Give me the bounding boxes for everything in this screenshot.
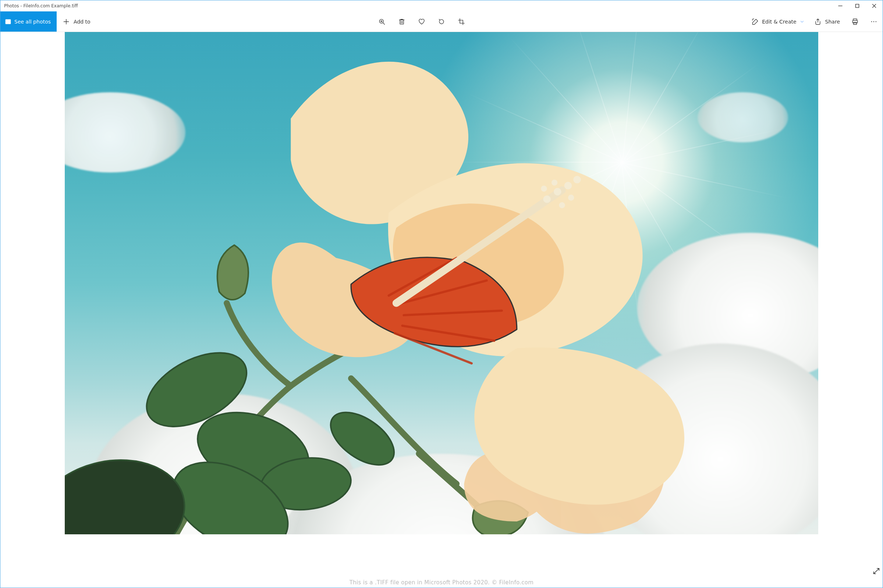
minimize-button[interactable] — [832, 0, 849, 11]
resize-grip-icon[interactable] — [872, 567, 880, 575]
minimize-icon — [838, 4, 842, 8]
crop-icon — [458, 18, 465, 26]
photo-stage — [0, 32, 883, 578]
add-to-label: Add to — [74, 19, 90, 25]
svg-point-33 — [554, 188, 561, 195]
print-icon — [851, 18, 859, 26]
svg-point-19 — [873, 21, 874, 22]
window-title: Photos - FileInfo.com Example.tiff — [0, 3, 832, 9]
svg-point-18 — [871, 21, 872, 22]
window-controls — [832, 0, 883, 11]
svg-point-20 — [875, 21, 876, 22]
print-button[interactable] — [845, 11, 865, 32]
see-all-photos-button[interactable]: See all photos — [0, 11, 57, 32]
svg-point-39 — [541, 186, 547, 192]
rotate-icon — [438, 18, 445, 26]
chevron-down-icon — [799, 19, 805, 24]
share-button[interactable]: Share — [809, 11, 845, 32]
crop-button[interactable] — [451, 11, 471, 32]
photo-viewport[interactable] — [65, 32, 818, 534]
svg-point-38 — [551, 180, 557, 185]
svg-point-35 — [573, 176, 581, 183]
svg-point-32 — [543, 195, 550, 202]
svg-rect-1 — [856, 4, 859, 8]
toolbar: See all photos Add to — [0, 11, 883, 32]
svg-line-9 — [383, 22, 385, 24]
titlebar: Photos - FileInfo.com Example.tiff — [0, 0, 883, 11]
favorite-button[interactable] — [412, 11, 432, 32]
maximize-button[interactable] — [849, 0, 866, 11]
flower-illustration — [65, 32, 818, 534]
close-button[interactable] — [866, 0, 883, 11]
edit-create-icon — [752, 18, 759, 26]
delete-button[interactable] — [392, 11, 412, 32]
trash-icon — [398, 18, 405, 26]
add-to-button[interactable]: Add to — [57, 11, 96, 32]
svg-point-37 — [568, 195, 574, 200]
more-icon — [870, 18, 877, 26]
edit-create-label: Edit & Create — [762, 19, 796, 25]
plus-icon — [63, 18, 70, 26]
svg-point-25 — [65, 447, 195, 534]
photo-collection-icon — [5, 18, 11, 25]
rotate-button[interactable] — [432, 11, 451, 32]
svg-point-5 — [7, 20, 8, 21]
zoom-button[interactable] — [372, 11, 392, 32]
heart-icon — [418, 18, 425, 26]
more-button[interactable] — [865, 11, 883, 32]
svg-rect-17 — [854, 22, 856, 24]
close-icon — [872, 4, 876, 8]
zoom-in-icon — [378, 18, 386, 26]
maximize-icon — [855, 4, 859, 8]
svg-rect-12 — [400, 20, 404, 24]
see-all-photos-label: See all photos — [14, 19, 51, 25]
edit-create-button[interactable]: Edit & Create — [747, 11, 809, 32]
footer-caption: This is a .TIFF file open in Microsoft P… — [0, 578, 883, 588]
svg-point-36 — [559, 202, 565, 208]
share-icon — [814, 18, 821, 26]
share-label: Share — [825, 19, 840, 25]
svg-point-34 — [565, 182, 572, 189]
